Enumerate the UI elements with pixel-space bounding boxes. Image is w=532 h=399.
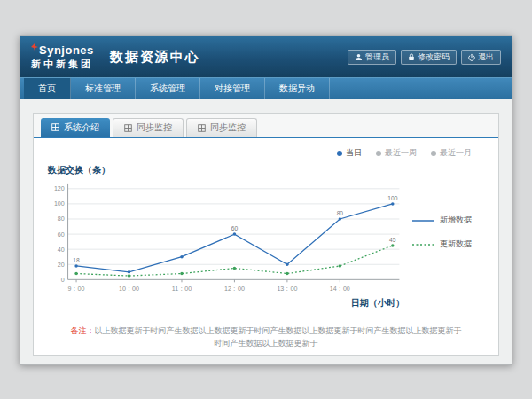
remark-label: 备注： — [71, 326, 95, 335]
tab-label: 系统介绍 — [64, 121, 99, 134]
dot-icon — [337, 151, 342, 156]
chart-y-axis-title: 数据交换（条） — [48, 164, 488, 176]
legend-update-data[interactable]: 更新数据 — [411, 239, 488, 250]
dot-icon — [431, 151, 436, 156]
tab-bar: 系统介绍 同步监控 同步监控 — [34, 114, 498, 138]
series-legend: 新增数据 更新数据 — [406, 178, 488, 309]
remark-text: 以上数据更新于时间产生数据以上数据更新于时间产生数据以上数据更新于时间产生数据以… — [95, 326, 462, 348]
svg-text:60: 60 — [58, 230, 65, 238]
svg-text:45: 45 — [389, 237, 396, 243]
chart-column: 0204060801001209：0010：0011：0012：0013：001… — [44, 178, 406, 309]
range-filter-label: 最近一周 — [385, 147, 417, 159]
range-filter-label: 最近一月 — [440, 147, 472, 159]
tab-sync-monitor-2[interactable]: 同步监控 — [186, 118, 257, 137]
svg-text:11：00: 11：00 — [172, 285, 192, 293]
svg-text:80: 80 — [58, 215, 65, 223]
user-icon — [355, 53, 363, 61]
admin-button-label: 管理员 — [365, 51, 389, 63]
brand-star-icon — [31, 43, 38, 51]
logout-button[interactable]: 退出 — [461, 50, 501, 65]
remark-note: 备注：以上数据更新于时间产生数据以上数据更新于时间产生数据以上数据更新于时间产生… — [44, 325, 488, 349]
svg-text:20: 20 — [58, 261, 65, 269]
tab-system-intro[interactable]: 系统介绍 — [41, 118, 110, 137]
tab-label: 同步监控 — [210, 121, 246, 134]
legend-new-data[interactable]: 新增数据 — [411, 215, 488, 226]
svg-text:60: 60 — [231, 225, 239, 231]
lock-icon — [408, 53, 415, 61]
svg-text:18: 18 — [73, 257, 80, 263]
main-nav: 首页 标准管理 系统管理 对接管理 数据异动 — [20, 77, 512, 99]
svg-text:100: 100 — [54, 200, 65, 207]
svg-text:12：00: 12：00 — [224, 285, 245, 293]
desktop: { "header": { "brand": "Synjones", "comp… — [0, 0, 532, 399]
range-filter-label: 当日 — [346, 147, 362, 159]
card-body: 当日 最近一周 最近一月 数据交换（条） 0204060801001209：00… — [34, 138, 498, 349]
range-filter-today[interactable]: 当日 — [337, 147, 362, 159]
svg-text:120: 120 — [54, 184, 65, 192]
svg-text:10：00: 10：00 — [119, 285, 139, 293]
svg-text:9：00: 9：00 — [68, 285, 85, 293]
power-icon — [468, 53, 475, 61]
line-sample-icon — [411, 217, 434, 224]
logo: Synjones 新中新集团 — [31, 44, 94, 68]
dotted-line-sample-icon — [411, 241, 434, 248]
grid-icon — [198, 124, 206, 132]
change-password-button[interactable]: 修改密码 — [401, 50, 457, 65]
admin-button[interactable]: 管理员 — [348, 50, 396, 65]
svg-text:13：00: 13：00 — [277, 285, 297, 293]
app-title: 数据资源中心 — [110, 49, 200, 66]
nav-item-system[interactable]: 系统管理 — [136, 78, 200, 99]
svg-text:100: 100 — [387, 195, 397, 201]
brand-row: Synjones — [31, 44, 94, 57]
tab-label: 同步监控 — [137, 121, 172, 134]
line-chart: 0204060801001209：0010：0011：0012：0013：001… — [44, 178, 406, 301]
svg-text:0: 0 — [61, 276, 65, 284]
grid-icon — [51, 123, 59, 131]
change-password-button-label: 修改密码 — [418, 51, 450, 63]
nav-item-data-change[interactable]: 数据异动 — [265, 78, 330, 99]
app-window: Synjones 新中新集团 数据资源中心 管理员 修改密码 退出 首页 标准管… — [20, 35, 512, 365]
chart-row: 0204060801001209：0010：0011：0012：0013：001… — [44, 178, 488, 309]
series-name: 更新数据 — [440, 239, 472, 250]
chart-x-axis-title: 日期（小时） — [44, 297, 406, 309]
nav-item-integration[interactable]: 对接管理 — [200, 78, 265, 99]
range-filter-week[interactable]: 最近一周 — [376, 147, 417, 159]
header-actions: 管理员 修改密码 退出 — [348, 50, 501, 65]
svg-text:80: 80 — [337, 210, 344, 216]
nav-item-standards[interactable]: 标准管理 — [71, 78, 136, 99]
app-header: Synjones 新中新集团 数据资源中心 管理员 修改密码 退出 — [20, 36, 512, 77]
nav-item-home[interactable]: 首页 — [24, 78, 71, 99]
logout-button-label: 退出 — [478, 51, 494, 63]
content-area: 系统介绍 同步监控 同步监控 当日 — [20, 99, 512, 364]
grid-icon — [124, 124, 132, 132]
range-filter-month[interactable]: 最近一月 — [431, 147, 472, 159]
brand-name: Synjones — [39, 44, 94, 57]
tab-sync-monitor-1[interactable]: 同步监控 — [113, 118, 184, 137]
series-name: 新增数据 — [440, 215, 472, 226]
panel-card: 系统介绍 同步监控 同步监控 当日 — [33, 113, 499, 356]
svg-text:40: 40 — [58, 246, 65, 254]
range-filter-legend: 当日 最近一周 最近一月 — [44, 144, 488, 159]
svg-text:14：00: 14：00 — [330, 285, 350, 293]
dot-icon — [376, 151, 381, 156]
company-name: 新中新集团 — [31, 59, 94, 69]
